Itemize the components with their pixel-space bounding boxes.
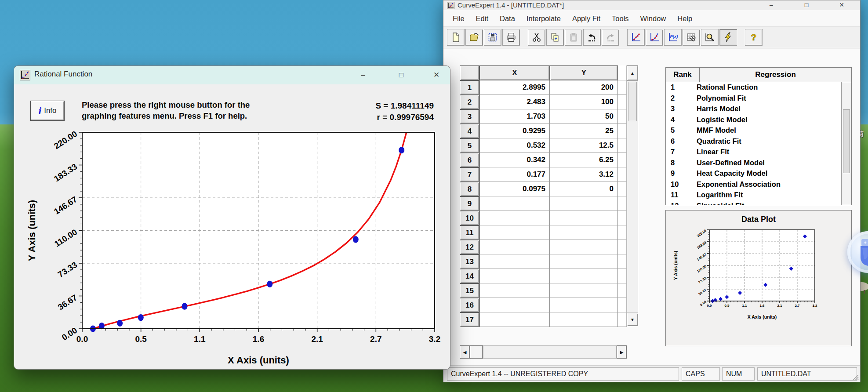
rf-close-button[interactable]: ✕ — [425, 66, 448, 84]
cell-x[interactable] — [479, 298, 550, 312]
cell-x[interactable] — [479, 269, 550, 283]
rank-item[interactable]: 10Exponential Association — [666, 180, 841, 191]
table-horizontal-scrollbar[interactable]: ◀ ▶ — [460, 345, 627, 359]
resize-grip[interactable] — [852, 374, 859, 381]
open-folder-button[interactable] — [465, 29, 483, 46]
cell-x[interactable]: 0.177 — [479, 167, 550, 182]
row-number-button[interactable]: 8 — [460, 182, 479, 196]
row-number-button[interactable]: 2 — [460, 95, 479, 109]
rank-scrollbar[interactable] — [841, 82, 851, 205]
curvefinder-lightning-button[interactable] — [719, 29, 737, 46]
menu-interpolate[interactable]: Interpolate — [521, 11, 567, 26]
new-document-button[interactable] — [447, 29, 465, 46]
scroll-down-icon[interactable]: ▼ — [627, 313, 638, 326]
undo-button[interactable] — [583, 29, 601, 46]
row-number-button[interactable]: 3 — [460, 109, 479, 124]
column-header-x[interactable]: X — [479, 65, 550, 80]
examine-plot-button[interactable] — [701, 29, 719, 46]
row-number-button[interactable]: 16 — [460, 298, 479, 312]
column-header-y[interactable]: Y — [550, 65, 618, 80]
cell-x[interactable]: 0.0975 — [479, 182, 550, 196]
menu-tools[interactable]: Tools — [606, 11, 635, 26]
cell-x[interactable] — [479, 211, 550, 225]
cell-y[interactable] — [550, 312, 618, 327]
cell-x[interactable] — [479, 196, 550, 211]
cell-y[interactable] — [550, 254, 618, 269]
print-button[interactable] — [502, 29, 520, 46]
cell-x[interactable] — [479, 283, 550, 298]
maximize-button[interactable]: □ — [795, 0, 818, 10]
info-button[interactable]: i Info — [30, 101, 65, 121]
curve-fit-button[interactable] — [646, 29, 663, 46]
rational-function-chart[interactable]: 0.00.51.11.62.12.73.20.0036.6773.33110.0… — [14, 127, 451, 370]
rf-maximize-button[interactable]: □ — [390, 66, 413, 84]
cell-y[interactable] — [550, 283, 618, 298]
cut-button[interactable] — [528, 29, 545, 46]
cell-y[interactable]: 3.12 — [550, 167, 618, 182]
row-number-button[interactable]: 7 — [460, 167, 479, 182]
menu-window[interactable]: Window — [635, 11, 672, 26]
cell-x[interactable]: 2.8995 — [479, 80, 550, 95]
row-number-button[interactable]: 12 — [460, 240, 479, 254]
cell-y[interactable] — [550, 298, 618, 312]
rank-item[interactable]: 2Polynomial Fit — [666, 94, 841, 105]
rf-minimize-button[interactable]: – — [352, 66, 374, 84]
cell-y[interactable] — [550, 240, 618, 254]
cell-x[interactable] — [479, 240, 550, 254]
row-number-button[interactable]: 5 — [460, 138, 479, 153]
menu-data[interactable]: Data — [494, 11, 521, 26]
hscroll-thumb[interactable] — [470, 345, 483, 359]
row-number-button[interactable]: 14 — [460, 269, 479, 283]
cell-y[interactable]: 200 — [550, 80, 618, 95]
close-button[interactable]: ✕ — [830, 0, 853, 10]
row-number-button[interactable]: 10 — [460, 211, 479, 225]
paste-button[interactable] — [565, 29, 582, 46]
rank-item[interactable]: 12Sinusoidal Fit — [666, 202, 841, 205]
main-title-bar[interactable]: CurveExpert 1.4 - [UNTITLED.DAT*] – □ ✕ — [443, 0, 860, 10]
minimize-button[interactable]: – — [760, 0, 783, 10]
rf-title-bar[interactable]: Rational Function – □ ✕ — [14, 66, 450, 84]
cell-y[interactable]: 6.25 — [550, 153, 618, 167]
cell-x[interactable]: 0.9295 — [479, 124, 550, 138]
cell-y[interactable]: 0 — [550, 182, 618, 196]
save-button[interactable] — [484, 29, 501, 46]
row-number-button[interactable]: 6 — [460, 153, 479, 167]
analyze-table-button[interactable] — [683, 29, 700, 46]
cell-x[interactable] — [479, 225, 550, 240]
polynomial-fit-button[interactable]: P(x) — [664, 29, 682, 46]
rank-item[interactable]: 7Linear Fit — [666, 148, 841, 159]
rank-item[interactable]: 11Logarithm Fit — [666, 191, 841, 202]
cell-y[interactable] — [550, 211, 618, 225]
cell-x[interactable]: 0.342 — [479, 153, 550, 167]
cell-y[interactable]: 12.5 — [550, 138, 618, 153]
rank-item[interactable]: 9Heat Capacity Model — [666, 169, 841, 180]
cell-y[interactable] — [550, 196, 618, 211]
row-number-button[interactable]: 15 — [460, 283, 479, 298]
menu-edit[interactable]: Edit — [470, 11, 494, 26]
rank-item[interactable]: 5MMF Model — [666, 126, 841, 137]
table-corner-cell[interactable] — [460, 65, 479, 80]
cell-y[interactable]: 100 — [550, 95, 618, 109]
usb-device-overlay[interactable] — [847, 231, 868, 273]
cell-y[interactable]: 50 — [550, 109, 618, 124]
table-vertical-scrollbar[interactable]: ▲ ▼ — [627, 65, 638, 326]
rank-scrollbar-thumb[interactable] — [843, 109, 850, 173]
menu-file[interactable]: File — [447, 11, 470, 26]
scroll-left-icon[interactable]: ◀ — [460, 345, 470, 359]
cell-x[interactable] — [479, 312, 550, 327]
row-number-button[interactable]: 9 — [460, 196, 479, 211]
rank-item[interactable]: 8User-Defined Model — [666, 159, 841, 170]
menu-apply-fit[interactable]: Apply Fit — [567, 11, 606, 26]
menu-help[interactable]: Help — [672, 11, 698, 26]
cell-x[interactable] — [479, 254, 550, 269]
scroll-right-icon[interactable]: ▶ — [617, 345, 627, 359]
row-number-button[interactable]: 1 — [460, 80, 479, 95]
row-number-button[interactable]: 4 — [460, 124, 479, 138]
row-number-button[interactable]: 13 — [460, 254, 479, 269]
row-number-button[interactable]: 17 — [460, 312, 479, 327]
linear-fit-button[interactable] — [627, 29, 645, 46]
help-button[interactable]: ? — [745, 29, 763, 46]
cell-y[interactable] — [550, 225, 618, 240]
rank-item[interactable]: 6Quadratic Fit — [666, 137, 841, 148]
cell-y[interactable]: 25 — [550, 124, 618, 138]
